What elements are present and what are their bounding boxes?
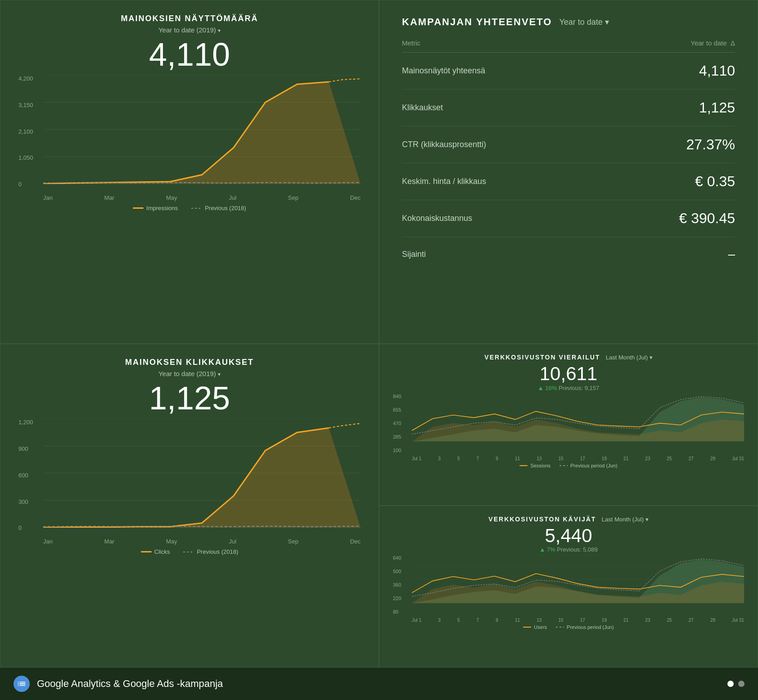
impressions-period[interactable]: Year to date (2019) ▾ [18,26,361,34]
clicks-period-arrow: ▾ [218,371,221,377]
summary-metric-cost: Kokonaiskustannus [402,214,472,223]
sessions-legend: Sessions Previous period (Jun) [393,463,744,468]
sessions-title: VERKKOSIVUSTON VIERAILUT [484,354,600,361]
users-x-axis: Jul 1 3 5 7 9 11 13 15 17 19 21 23 25 27… [412,618,744,623]
summary-value-ctr: 27.37% [686,136,735,153]
sessions-x-axis: Jul 1 3 5 7 9 11 13 15 17 19 21 23 25 27… [412,456,744,461]
clicks-panel: MAINOKSEN KLIKKAUKSET Year to date (2019… [0,344,379,668]
footer-title: Google Analytics & Google Ads -kampanja [37,678,223,690]
summary-value-impressions: 4,110 [699,63,735,79]
users-period[interactable]: Last Month (Jul) ▾ [602,516,649,523]
summary-value-cpc: € 0.35 [695,173,735,190]
clicks-y-axis: 0 300 600 900 1,200 [18,419,41,545]
summary-col-metric: Metric [402,39,420,47]
svg-marker-11 [43,428,361,528]
sessions-panel: VERKKOSIVUSTON VIERAILUT Last Month (Jul… [379,344,758,506]
impressions-value: 4,110 [18,38,361,71]
users-svg [412,555,744,603]
clicks-x-axis: Jan Mar May Jul Sep Dec [43,538,361,545]
footer-dot-1[interactable] [727,681,734,687]
impressions-y-axis: 0 1,050 2,100 3,150 4,200 [18,75,41,201]
summary-row-clicks: Klikkaukset 1,125 [402,90,735,126]
impressions-period-arrow: ▾ [218,27,221,34]
sessions-y-axis: 100 285 470 655 840 [393,394,410,461]
summary-title: KAMPANJAN YHTEENVETO [402,16,552,28]
impressions-legend-line [133,207,144,209]
clicks-chart: 0 300 600 900 1,200 Jan Mar May [18,419,361,545]
sessions-value: 10,611 [393,363,744,384]
summary-metric-cpc: Keskim. hinta / klikkaus [402,177,486,186]
impressions-legend-impressions: Impressions [133,205,178,211]
summary-row-cpc: Keskim. hinta / klikkaus € 0.35 [402,163,735,200]
clicks-legend-previous: Previous (2018) [183,548,238,555]
summary-row-location: Sijainti – [402,237,735,271]
footer-left: Google Analytics & Google Ads -kampanja [14,676,223,692]
sessions-period[interactable]: Last Month (Jul) ▾ [606,354,653,361]
sessions-legend-sessions: Sessions [519,463,550,468]
summary-row-impressions: Mainosnäytöt yhteensä 4,110 [402,53,735,90]
footer-dots [727,681,744,687]
impressions-chart: 0 1,050 2,100 3,150 4,200 [18,75,361,201]
clicks-legend-clicks: Clicks [141,548,170,555]
users-change: ▲ 7% Previous: 5,089 [393,546,744,553]
clicks-period[interactable]: Year to date (2019) ▾ [18,370,361,377]
impressions-panel: MAINOKSIEN NÄYTTÖMÄÄRÄ Year to date (201… [0,0,379,344]
sessions-change-prev: Previous: 9,157 [559,385,599,391]
analytics-panels: VERKKOSIVUSTON VIERAILUT Last Month (Jul… [379,344,758,668]
summary-metric-ctr: CTR (klikkausprosentti) [402,140,486,149]
summary-row-cost: Kokonaiskustannus € 390.45 [402,200,735,237]
clicks-svg [43,419,361,528]
impressions-title: MAINOKSIEN NÄYTTÖMÄÄRÄ [18,14,361,23]
summary-col-value: Year to date Δ [690,39,735,47]
users-legend: Users Previous period (Jun) [393,624,744,630]
svg-marker-5 [43,82,361,184]
users-legend-previous: Previous period (Jun) [556,624,614,630]
summary-header: KAMPANJAN YHTEENVETO Year to date ▾ [402,16,735,28]
impressions-x-axis: Jan Mar May Jul Sep Dec [43,194,361,201]
summary-value-location: – [728,247,735,261]
summary-table-header: Metric Year to date Δ [402,39,735,53]
footer: Google Analytics & Google Ads -kampanja [0,668,758,700]
sessions-legend-previous: Previous period (Jun) [559,463,618,468]
users-title: VERKKOSIVUSTON KÄVIJÄT [488,516,596,523]
sessions-chart: 100 285 470 655 840 [393,394,744,461]
summary-metric-clicks: Klikkaukset [402,103,443,112]
users-header: VERKKOSIVUSTON KÄVIJÄT Last Month (Jul) … [393,515,744,523]
footer-dot-2[interactable] [738,681,744,687]
users-chart: 80 220 360 500 640 [393,555,744,623]
summary-value-clicks: 1,125 [699,99,735,116]
clicks-value: 1,125 [18,382,361,414]
sessions-change-pct: ▲ 16% [538,385,557,391]
clicks-title: MAINOKSEN KLIKKAUKSET [18,358,361,367]
users-change-prev: Previous: 5,089 [557,546,597,553]
users-y-axis: 80 220 360 500 640 [393,555,410,623]
sessions-header: VERKKOSIVUSTON VIERAILUT Last Month (Jul… [393,353,744,361]
summary-metric-impressions: Mainosnäytöt yhteensä [402,66,485,76]
users-panel: VERKKOSIVUSTON KÄVIJÄT Last Month (Jul) … [379,506,758,668]
sessions-change: ▲ 16% Previous: 9,157 [393,385,744,391]
summary-period[interactable]: Year to date ▾ [559,17,609,27]
impressions-svg [43,75,361,184]
clicks-legend-line [141,551,152,552]
sessions-svg [412,394,744,442]
impressions-legend-dashed [191,208,202,209]
summary-panel: KAMPANJAN YHTEENVETO Year to date ▾ Metr… [379,0,758,344]
users-legend-users: Users [523,624,547,630]
users-change-pct: ▲ 7% [539,546,555,553]
users-value: 5,440 [393,525,744,546]
footer-icon [14,676,30,692]
summary-table: Metric Year to date Δ Mainosnäytöt yhtee… [402,39,735,271]
impressions-legend: Impressions Previous (2018) [18,205,361,211]
clicks-legend-dashed [183,552,194,552]
impressions-legend-previous: Previous (2018) [191,205,246,211]
summary-value-cost: € 390.45 [679,210,735,227]
clicks-legend: Clicks Previous (2018) [18,548,361,555]
summary-metric-location: Sijainti [402,250,426,259]
summary-row-ctr: CTR (klikkausprosentti) 27.37% [402,126,735,163]
